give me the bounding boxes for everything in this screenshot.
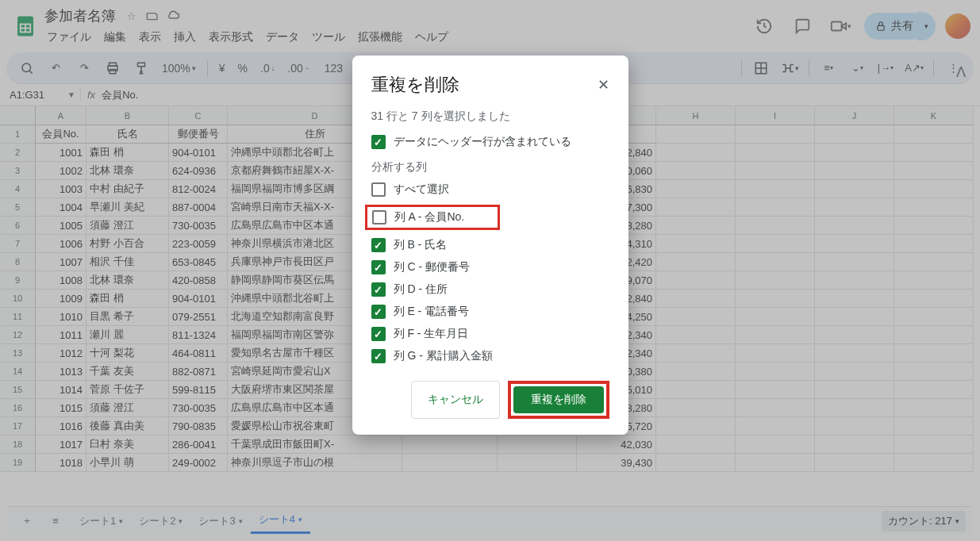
dialog-subtitle: 31 行と 7 列を選択しました [371, 109, 609, 124]
column-checkbox[interactable]: 列 A - 会員No. [365, 205, 500, 230]
column-checkbox[interactable]: 列 E - 電話番号 [371, 305, 609, 319]
cancel-button[interactable]: キャンセル [411, 381, 500, 419]
header-row-checkbox[interactable]: データにヘッダー行が含まれている [371, 135, 609, 149]
analyze-columns-label: 分析する列 [371, 160, 609, 175]
modal-overlay: 重複を削除 ✕ 31 行と 7 列を選択しました データにヘッダー行が含まれてい… [0, 0, 980, 541]
column-checkbox[interactable]: 列 D - 住所 [371, 282, 609, 297]
dialog-title: 重複を削除 [371, 73, 459, 97]
checkbox-icon [372, 210, 386, 224]
select-all-checkbox[interactable]: すべて選択 [371, 182, 609, 197]
column-checkbox[interactable]: 列 B - 氏名 [371, 238, 609, 252]
column-checkbox[interactable]: 列 G - 累計購入金額 [371, 349, 609, 363]
checkbox-icon [371, 305, 386, 319]
checkbox-icon [371, 238, 386, 252]
checkbox-icon [371, 349, 386, 363]
checkbox-icon [371, 135, 386, 149]
column-checkbox[interactable]: 列 C - 郵便番号 [371, 260, 609, 274]
checkbox-icon [371, 327, 386, 341]
remove-duplicates-button[interactable]: 重複を削除 [513, 386, 604, 413]
remove-duplicates-dialog: 重複を削除 ✕ 31 行と 7 列を選択しました データにヘッダー行が含まれてい… [352, 56, 628, 435]
checkbox-icon [371, 282, 386, 297]
column-checkbox[interactable]: 列 F - 生年月日 [371, 327, 609, 341]
close-icon[interactable]: ✕ [598, 76, 609, 94]
checkbox-icon [371, 260, 386, 274]
checkbox-icon [371, 182, 386, 197]
